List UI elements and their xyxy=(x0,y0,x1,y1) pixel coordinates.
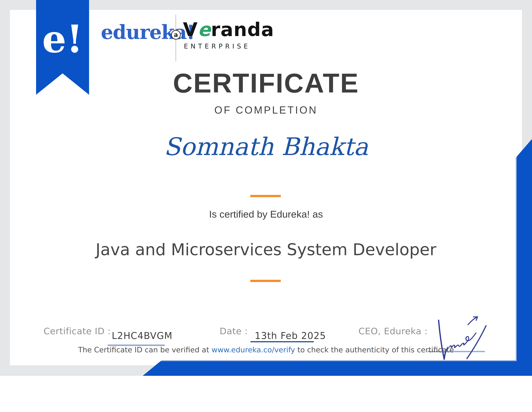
ceo-signature-icon xyxy=(418,311,490,365)
certificate-subtitle: OF COMPLETION xyxy=(0,105,532,115)
edureka-logo: edureka! xyxy=(101,22,195,42)
date-value: 13th Feb 2025 xyxy=(255,331,326,340)
certificate-title: CERTIFICATE xyxy=(0,70,532,97)
signature-arrow-stroke xyxy=(468,317,478,325)
veranda-leaf-e-icon: e xyxy=(198,18,211,40)
recipient-name: Somnath Bhakta xyxy=(0,133,532,160)
veranda-logo-rest: randa xyxy=(211,18,274,40)
verify-text-suffix: to check the authenticity of this certif… xyxy=(295,346,454,354)
ceo-label: CEO, Edureka : xyxy=(359,327,428,336)
veranda-enterprise-subtitle: ENTERPRISE xyxy=(184,43,250,49)
certificate-page: e! edureka! a Veranda ENTERPRISE CERTIFI… xyxy=(0,0,532,412)
date-underline xyxy=(250,341,314,342)
connector-a-badge: a xyxy=(171,30,181,40)
verify-link[interactable]: www.edureka.co/verify xyxy=(211,346,295,354)
veranda-logo: Veranda xyxy=(183,20,274,39)
veranda-logo-v: V xyxy=(183,18,198,40)
verification-note: The Certificate ID can be verified at ww… xyxy=(0,346,532,354)
course-title: Java and Microservices System Developer xyxy=(0,241,532,258)
certificate-id-label: Certificate ID : xyxy=(44,327,111,336)
date-label: Date : xyxy=(220,327,248,336)
certificate-id-value: L2HC4BVGM xyxy=(112,331,172,340)
edureka-monogram-icon: e! xyxy=(36,0,89,77)
orange-divider-top xyxy=(250,195,281,197)
certification-statement: Is certified by Edureka! as xyxy=(0,209,532,219)
orange-divider-bottom xyxy=(250,280,281,282)
verify-text-prefix: The Certificate ID can be verified at xyxy=(78,346,211,354)
